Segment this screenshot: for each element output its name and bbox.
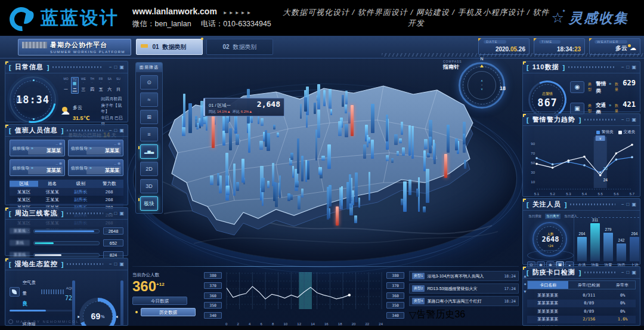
maximize-icon[interactable]: □ [627,202,630,207]
focus-bar: 264在逃 [575,232,589,261]
duty-leader-card[interactable]: 值班领导»‥ ⊗某某某 [10,140,65,156]
alert-item[interactable]: 类型4某路口有小汽车连闯三个红灯18:24 [409,296,519,306]
alert-rows: 类型1湿地3-104片区有不明人员闯入18:24类型2RD13-53烟感报警疑似… [409,271,519,306]
checkpoint-row[interactable]: 某某某某某0/3110% [527,291,636,300]
maximize-icon[interactable]: □ [114,262,117,267]
tab-data-category-01[interactable]: 01数据类别 [136,39,203,55]
fullscreen-icon[interactable]: ▣ [119,262,124,267]
weekday-TU[interactable]: TU▦二 [71,77,79,94]
alert-red-bar [351,105,354,136]
card-close-icon[interactable]: ‥ ⊗ [114,161,120,165]
platform-title: 暑期办公协作平台 [50,41,107,50]
fullscreen-icon[interactable]: ▣ [631,118,636,122]
banner-contact-block: www.lanlanwork.com►►►►► 微信：ben_lanlan电话：… [132,7,281,29]
scroll-down-icon[interactable]: ▼ [523,289,527,294]
alert-tag: 类型4 [412,298,425,304]
checkpoint-row[interactable]: 某某某某某0/890% [527,307,636,316]
duty-leader-card[interactable]: 值班领导»‥ ⊗某某某 [10,159,65,176]
card-close-icon[interactable]: ‥ ⊗ [55,161,62,165]
minimize-icon[interactable]: − [621,202,624,207]
compass-dial[interactable]: N ∧·∨ 18 [459,62,505,109]
panel-title: 防疫卡口检测 [532,268,575,277]
radar-layer-button[interactable]: ≈ [140,92,158,107]
tooltip-value: 2,648 [257,100,280,109]
air-quality-item: 空气质量良 AQI72 [10,276,72,312]
fullscreen-icon[interactable]: ▣ [631,65,636,70]
contact-line: 微信：ben_lanlan电话：010-63334945 [132,19,281,29]
3d-view-button[interactable]: 3D [140,179,158,193]
barchart-layer-button[interactable]: ▂▅▃ [140,144,158,159]
svg-text:30: 30 [531,171,535,174]
panel-window-controls: −□▣ [619,118,636,122]
weekday-MO[interactable]: MO·一 [62,77,70,94]
focus-tab[interactable]: 当日滞留 [527,214,543,219]
fullscreen-icon[interactable]: ▣ [119,211,124,216]
maximize-icon[interactable]: □ [114,128,117,133]
checkpoint-row[interactable]: 某某某某某2/1561.6% [527,316,636,324]
maximize-icon[interactable]: □ [114,65,117,70]
focus-tab[interactable]: 当日离开 [545,214,561,219]
alert-red-bar [212,113,215,148]
duty-leader-card[interactable]: 值班领导»‥ ⊗某某某 [68,159,123,176]
weekday-TH[interactable]: TH·四 [88,77,96,94]
minimize-icon[interactable]: − [621,270,624,275]
panel-header: [防疫卡口检测]−□▣ [523,267,640,279]
2d-view-button[interactable]: 2D [140,162,158,176]
checkpoint-row[interactable]: 某某某某某0/890% [527,300,636,308]
alert-item[interactable]: 类型2RD13-53烟感报警疑似火灾17:24 [409,283,519,294]
card-close-icon[interactable]: ‥ ⊗ [55,141,62,146]
history-data-button[interactable]: 历史数据 [141,308,196,316]
maximize-icon[interactable]: □ [114,211,117,216]
block-view-button[interactable]: 板块 [140,196,158,211]
air-quality-value: 良 [23,301,28,307]
tooltip-region: 01 / 区域一 [209,103,231,109]
maximize-icon[interactable]: □ [627,270,630,275]
scroll-dot-icon[interactable]: ● [524,282,526,286]
grid-layer-icon: ⊞ [147,114,151,120]
duty-table-row[interactable]: 某某区王某某副所长268 [10,196,123,203]
weekday-FR[interactable]: FR·五 [97,77,105,94]
minimize-icon[interactable]: − [621,65,624,70]
maximize-icon[interactable]: □ [627,118,630,122]
focus-bar: 311涉毒 [589,218,602,261]
map-tooltip: 01 / 区域一2,648 同比 14.1%▲ 环比 6.2%▲ [203,98,284,116]
fullscreen-icon[interactable]: ▣ [119,65,124,70]
svg-text:90: 90 [531,142,535,146]
alert-history-banner[interactable]: ▽ 告警历史 36 [409,309,519,320]
minimize-icon[interactable]: − [109,128,112,133]
y-tick: 340 [386,312,404,319]
alert-item[interactable]: 类型1湿地3-104片区有不明人员闯入18:24 [409,271,519,281]
fullscreen-icon[interactable]: ▣ [631,202,636,207]
minimize-icon[interactable]: − [109,262,112,267]
list-layer-button[interactable]: ≡ [140,127,158,141]
weekday-SU[interactable]: SU·日 [114,77,122,94]
police-badge-icon: ◉ [570,81,584,93]
date-plate: DATE 2020.05.26 [478,38,530,55]
y-tick: 340 [204,312,222,319]
minimize-icon[interactable]: − [109,211,112,216]
y-tick: 360 [386,292,404,299]
panel-header: [日常信息]−□▣ [5,61,128,73]
weekday-WE[interactable]: WE·三 [79,77,87,94]
tab-data-category-02[interactable]: 02数据类别 [206,39,273,55]
svg-text:5.6: 5.6 [614,192,619,196]
scroll-up-icon[interactable]: ▲ [523,274,527,278]
fullscreen-icon[interactable]: ▣ [119,128,124,133]
fullscreen-icon[interactable]: ▣ [631,270,636,275]
focus-count: 2648 [542,236,559,244]
card-close-icon[interactable]: ‥ ⊗ [114,141,120,146]
duty-leader-card[interactable]: 值班领导»‥ ⊗某某某 [68,140,123,156]
weather-value: 多云☁ [615,44,636,53]
minimize-icon[interactable]: − [109,65,112,70]
camera-layer-button[interactable]: ⊙ [140,75,158,90]
grid-layer-button[interactable]: ⊞ [140,110,158,124]
panel-eco-monitor: [湿地生态监控]−□▣ 空气质量良 AQI72 [5,258,128,326]
office-line-chart: 380370360350340 024681012141618202224 38… [204,269,404,326]
duty-table-row[interactable]: 某某区张某某副所长268 [10,188,123,196]
data-category-tabs: 01数据类别02数据类别 [136,39,277,55]
panel-110-data: [110数据]−□▣ 总警情867 ◉类型警情类»数量629▣类型交通类»数量4… [522,61,640,112]
maximize-icon[interactable]: □ [627,65,630,70]
minimize-icon[interactable]: − [621,118,624,122]
weekday-SA[interactable]: SA·六 [106,77,113,94]
today-data-button[interactable]: 今日数据 [132,297,187,305]
